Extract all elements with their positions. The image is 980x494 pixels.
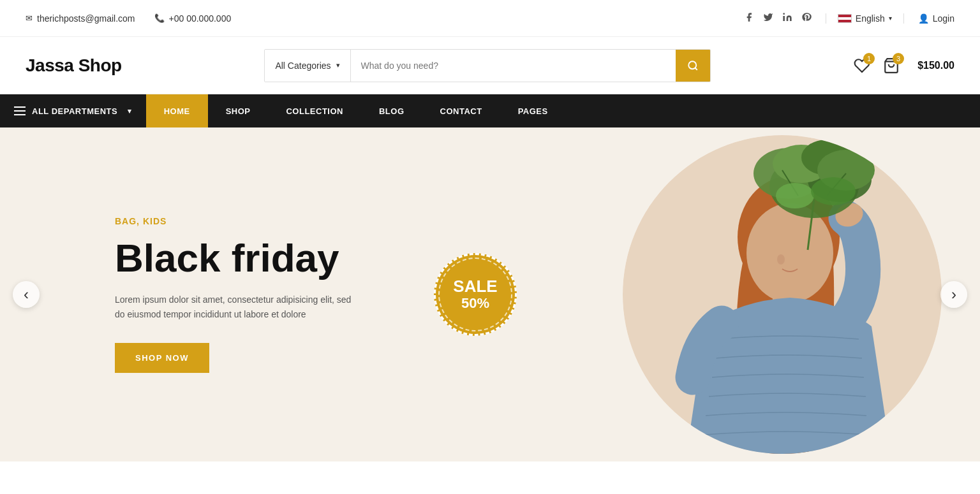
pinterest-icon[interactable] <box>801 12 812 25</box>
search-input[interactable] <box>351 50 676 82</box>
svg-point-7 <box>746 203 833 303</box>
hero-description: Lorem ipsum dolor sit amet, consectetur … <box>115 293 357 321</box>
top-bar: ✉ therichposts@gmail.com 📞 +00 00.000.00… <box>0 0 980 37</box>
carousel-prev-button[interactable]: ‹ <box>13 281 40 308</box>
shop-now-button[interactable]: SHOP NOW <box>115 343 209 373</box>
category-dropdown[interactable]: All Categories ▾ <box>265 50 350 82</box>
prev-arrow-icon: ‹ <box>24 286 29 303</box>
linkedin-icon[interactable] <box>782 12 792 25</box>
departments-label: ALL DEPARTMENTS <box>32 106 117 116</box>
category-label: All Categories <box>275 61 330 71</box>
nav-shop[interactable]: SHOP <box>208 94 269 127</box>
nav-home-label: HOME <box>164 106 190 116</box>
cart-badge: 3 <box>893 53 904 64</box>
login-label: Login <box>933 13 954 24</box>
nav-pages-label: PAGES <box>518 106 548 116</box>
hamburger-icon <box>14 106 26 115</box>
navbar: ALL DEPARTMENTS ▾ HOME SHOP COLLECTION B… <box>0 94 980 127</box>
wishlist-icon[interactable]: 1 <box>854 57 870 74</box>
hero-content: BAG, KIDS Black friday Lorem ipsum dolor… <box>115 216 357 373</box>
email-contact: ✉ therichposts@gmail.com <box>26 13 135 24</box>
search-button[interactable] <box>676 50 710 82</box>
next-arrow-icon: › <box>951 286 956 303</box>
search-bar: All Categories ▾ <box>264 49 711 82</box>
svg-point-19 <box>776 183 814 208</box>
cart-total: $150.00 <box>917 60 954 71</box>
email-address: therichposts@gmail.com <box>37 13 135 24</box>
hero-section: BAG, KIDS Black friday Lorem ipsum dolor… <box>0 127 980 461</box>
category-chevron-icon: ▾ <box>336 61 340 69</box>
search-icon <box>687 60 699 71</box>
twitter-icon[interactable] <box>763 12 773 25</box>
sale-line1: SALE <box>453 277 497 296</box>
hero-image-area <box>457 127 980 461</box>
login-button[interactable]: 👤 Login <box>918 13 954 24</box>
language-chevron: ▾ <box>889 15 892 22</box>
svg-point-8 <box>777 254 785 265</box>
header: Jassa Shop All Categories ▾ 1 3 $150.00 <box>0 37 980 94</box>
flag-icon <box>838 14 852 23</box>
header-actions: 1 3 $150.00 <box>854 57 954 74</box>
hero-illustration <box>623 135 942 454</box>
nav-collection-label: COLLECTION <box>286 106 343 116</box>
carousel-next-button[interactable]: › <box>940 281 967 308</box>
sale-line2: 50% <box>461 295 489 312</box>
logo[interactable]: Jassa Shop <box>26 55 122 76</box>
cart-icon[interactable]: 3 <box>883 57 900 74</box>
top-bar-left: ✉ therichposts@gmail.com 📞 +00 00.000.00… <box>26 13 231 24</box>
wishlist-badge: 1 <box>863 53 875 64</box>
nav-collection[interactable]: COLLECTION <box>268 94 361 127</box>
social-icons <box>744 12 812 25</box>
svg-point-20 <box>811 177 856 205</box>
language-label: English <box>856 13 885 24</box>
phone-number: +00 00.000.000 <box>169 13 232 24</box>
phone-icon: 📞 <box>154 13 165 23</box>
nav-shop-label: SHOP <box>226 106 251 116</box>
top-bar-right: English ▾ 👤 Login <box>744 12 954 25</box>
sale-badge: SALE 50% <box>434 253 517 336</box>
nav-pages[interactable]: PAGES <box>500 94 566 127</box>
nav-home[interactable]: HOME <box>146 94 208 127</box>
nav-blog[interactable]: BLOG <box>361 94 422 127</box>
login-user-icon: 👤 <box>918 13 929 24</box>
facebook-icon[interactable] <box>744 12 754 25</box>
svg-line-2 <box>695 68 697 69</box>
nav-contact-label: CONTACT <box>440 106 482 116</box>
language-selector[interactable]: English ▾ <box>826 13 904 24</box>
departments-menu[interactable]: ALL DEPARTMENTS ▾ <box>0 94 146 127</box>
email-icon: ✉ <box>26 13 33 23</box>
hero-tag: BAG, KIDS <box>115 216 357 226</box>
svg-point-1 <box>689 61 697 69</box>
svg-point-0 <box>783 13 785 15</box>
nav-contact[interactable]: CONTACT <box>422 94 500 127</box>
hero-circle <box>623 135 942 454</box>
hero-title: Black friday <box>115 236 357 280</box>
departments-chevron-icon: ▾ <box>128 107 132 115</box>
phone-contact: 📞 +00 00.000.000 <box>154 13 232 24</box>
nav-blog-label: BLOG <box>379 106 405 116</box>
